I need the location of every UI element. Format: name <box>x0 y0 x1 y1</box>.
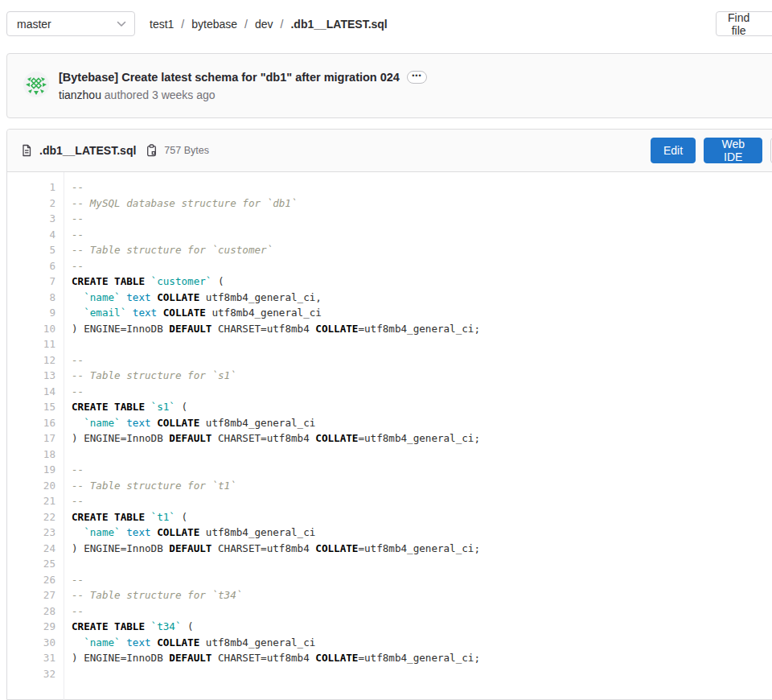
code-token: utf8mb4_general_ci <box>199 417 315 429</box>
commit-message[interactable]: [Bytebase] Create latest schema for "db1… <box>59 71 400 84</box>
code-line: 21-- <box>7 493 772 509</box>
breadcrumb-repo[interactable]: test1 <box>150 18 174 31</box>
code-line-content: -- <box>55 211 84 227</box>
code-token: `name` <box>84 417 121 429</box>
code-token <box>145 275 151 287</box>
code-line: 5-- Table structure for `customer` <box>7 242 772 258</box>
line-number[interactable]: 20 <box>7 478 55 494</box>
branch-selector[interactable]: master <box>6 11 135 36</box>
find-file-button[interactable]: Find file <box>716 11 772 36</box>
code-token: -- <box>72 495 84 507</box>
code-token: ) ENGINE=InnoDB <box>72 542 169 554</box>
code-line-content: CREATE TABLE `t1` ( <box>55 509 187 525</box>
line-number[interactable]: 3 <box>7 211 55 227</box>
line-number[interactable]: 4 <box>7 227 55 243</box>
web-ide-button[interactable]: Web IDE <box>704 138 762 163</box>
breadcrumb-separator: / <box>181 18 184 31</box>
copy-to-clipboard-icon[interactable] <box>146 144 158 157</box>
code-token: COLLATE <box>163 307 206 319</box>
code-token: `t1` <box>151 511 175 523</box>
line-number[interactable]: 28 <box>7 603 55 620</box>
line-number[interactable]: 21 <box>7 493 55 509</box>
code-line-content: -- <box>55 603 84 620</box>
code-token: -- <box>72 229 84 241</box>
line-number[interactable]: 29 <box>7 619 55 635</box>
line-number[interactable]: 6 <box>7 258 55 274</box>
code-line: 30 `name` text COLLATE utf8mb4_general_c… <box>7 635 772 651</box>
code-line: 27-- Table structure for `t34` <box>7 587 772 603</box>
code-line: 24) ENGINE=InnoDB DEFAULT CHARSET=utf8mb… <box>7 541 772 557</box>
code-token: `s1` <box>151 401 175 413</box>
line-number[interactable]: 22 <box>7 509 55 525</box>
line-number[interactable]: 24 <box>7 541 55 557</box>
line-number[interactable]: 13 <box>7 368 55 384</box>
file-size: 757 Bytes <box>164 145 209 156</box>
code-token: -- <box>72 212 84 224</box>
code-token: COLLATE <box>157 636 199 649</box>
breadcrumb-folder-bytebase[interactable]: bytebase <box>191 18 237 31</box>
line-number[interactable]: 16 <box>7 415 55 431</box>
code-token: -- Table structure for `t34` <box>72 589 242 601</box>
code-line: 16 `name` text COLLATE utf8mb4_general_c… <box>7 415 772 431</box>
code-line-content: CREATE TABLE `customer` ( <box>55 274 224 290</box>
edit-button[interactable]: Edit <box>651 138 696 163</box>
line-number[interactable]: 32 <box>7 666 55 682</box>
code-line-content: `name` text COLLATE utf8mb4_general_ci <box>55 525 315 541</box>
code-token: =utf8mb4_general_ci; <box>358 432 480 444</box>
code-token <box>145 401 151 413</box>
branch-name: master <box>17 18 117 31</box>
line-number[interactable]: 23 <box>7 525 55 541</box>
code-line-content: ) ENGINE=InnoDB DEFAULT CHARSET=utf8mb4 … <box>55 650 480 666</box>
commit-author-link[interactable]: tianzhou <box>59 89 101 101</box>
code-token <box>145 620 151 632</box>
breadcrumb-separator: / <box>281 18 284 31</box>
code-line-content: -- MySQL database structure for `db1` <box>55 196 298 212</box>
code-token: CREATE TABLE <box>72 275 145 287</box>
code-token: utf8mb4_general_ci <box>199 526 315 538</box>
line-number[interactable]: 26 <box>7 572 55 588</box>
line-number[interactable]: 8 <box>7 290 55 306</box>
code-token: ) ENGINE=InnoDB <box>72 652 169 664</box>
line-number[interactable]: 31 <box>7 650 55 666</box>
code-line: 8 `name` text COLLATE utf8mb4_general_ci… <box>7 290 772 306</box>
line-number[interactable]: 25 <box>7 556 55 572</box>
code-line: 12-- <box>7 352 772 369</box>
code-line: 13-- Table structure for `s1` <box>7 368 772 384</box>
code-line-content: -- Table structure for `t1` <box>55 478 236 494</box>
code-token: ( <box>182 620 194 632</box>
line-number[interactable]: 1 <box>7 179 55 196</box>
code-token: utf8mb4_general_ci <box>206 307 322 319</box>
code-line-content: -- <box>55 462 84 478</box>
code-token: -- Table structure for `customer` <box>72 244 273 256</box>
code-lines: 1--2-- MySQL database structure for `db1… <box>7 179 772 681</box>
line-number[interactable]: 7 <box>7 274 55 290</box>
code-token: ( <box>211 275 224 287</box>
line-number[interactable]: 9 <box>7 305 55 321</box>
line-number[interactable]: 17 <box>7 430 55 447</box>
line-number[interactable]: 2 <box>7 196 55 212</box>
code-line: 19-- <box>7 462 772 478</box>
code-viewer: 1--2-- MySQL database structure for `db1… <box>7 172 772 700</box>
code-line: 29CREATE TABLE `t34` ( <box>7 619 772 635</box>
commit-authored-time: authored 3 weeks ago <box>101 89 216 101</box>
line-number[interactable]: 14 <box>7 384 55 400</box>
line-number[interactable]: 18 <box>7 447 55 463</box>
code-token: ) ENGINE=InnoDB <box>72 323 169 335</box>
line-number[interactable]: 27 <box>7 587 55 603</box>
line-number[interactable]: 30 <box>7 635 55 651</box>
breadcrumb-folder-dev[interactable]: dev <box>255 18 273 31</box>
code-token: ( <box>175 511 187 523</box>
avatar[interactable] <box>23 72 49 97</box>
code-token: -- <box>72 574 84 586</box>
line-number[interactable]: 11 <box>7 336 55 352</box>
code-token <box>145 511 151 523</box>
line-number[interactable]: 15 <box>7 399 55 415</box>
line-number[interactable]: 10 <box>7 321 55 337</box>
line-number[interactable]: 5 <box>7 242 55 258</box>
code-line: 15CREATE TABLE `s1` ( <box>7 399 772 415</box>
chevron-down-icon <box>117 21 126 27</box>
line-number[interactable]: 19 <box>7 462 55 478</box>
code-token: CHARSET=utf8mb4 <box>211 652 315 664</box>
line-number[interactable]: 12 <box>7 352 55 369</box>
commit-ellipsis-button[interactable]: ••• <box>407 71 427 84</box>
